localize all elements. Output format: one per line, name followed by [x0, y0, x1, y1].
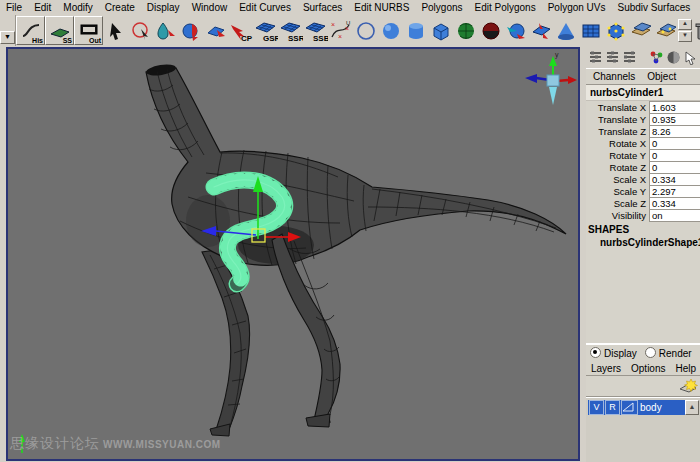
- layer-mode-switch: Display Render: [586, 345, 700, 361]
- cp-shelf-button[interactable]: CP: [228, 17, 253, 44]
- channel-layout-icon-1[interactable]: [588, 50, 603, 65]
- ssr-shelf-button[interactable]: SSR: [278, 17, 303, 44]
- menu-bar: FileEditModifyCreateDisplayWindowEdit Cu…: [0, 0, 700, 16]
- menu-item[interactable]: Edit Polygons: [469, 1, 542, 14]
- channel-layout-icon-3[interactable]: [622, 50, 637, 65]
- display-radio[interactable]: Display: [590, 347, 637, 359]
- move-sphere-button[interactable]: [178, 17, 203, 44]
- channel-attribute-row: Translate Z 8.26: [586, 125, 700, 137]
- tan-planes-icon: [630, 20, 652, 42]
- menu-item[interactable]: Create: [99, 1, 141, 14]
- cylinder-icon: [405, 20, 427, 42]
- plane-move-button[interactable]: [203, 17, 228, 44]
- layer-editor-menu-item[interactable]: Help: [672, 363, 699, 374]
- red-black-sphere-icon: [480, 20, 502, 42]
- cv-curve-icon: ×××U: [329, 19, 353, 43]
- cube-vertices-button[interactable]: [603, 17, 628, 44]
- circle-icon: [355, 20, 377, 42]
- svg-text:×: ×: [331, 21, 335, 28]
- trash-icon[interactable]: [695, 20, 700, 42]
- menu-item[interactable]: Polygons: [415, 1, 468, 14]
- menu-item[interactable]: Edit: [28, 1, 57, 14]
- sphere-project-button[interactable]: [503, 17, 528, 44]
- channel-attribute-list: Translate X 1.603 Translate Y 0.935 Tran…: [586, 101, 700, 221]
- cv-curve-tool-button[interactable]: ×××U: [328, 17, 353, 44]
- ss-shelf-button[interactable]: SS: [45, 16, 74, 45]
- view-axis-gizmo: y: [525, 51, 577, 105]
- sphere-rotate-icon: [180, 20, 202, 42]
- shape-node-name[interactable]: nurbsCylinderShape1: [586, 236, 700, 249]
- channel-box-object-name[interactable]: nurbsCylinder1: [586, 85, 700, 101]
- nurbs-cylinder-button[interactable]: [403, 17, 428, 44]
- channel-attribute-label: Translate Z: [586, 126, 649, 137]
- lasso-tool-button[interactable]: [128, 17, 153, 44]
- paint-select-button[interactable]: [153, 17, 178, 44]
- subdiv-plane-button[interactable]: [628, 17, 653, 44]
- ssr-grid-icon: SSR: [279, 19, 303, 43]
- layer-editor-menu-item[interactable]: Layers: [588, 363, 624, 374]
- poly-sphere-button[interactable]: [453, 17, 478, 44]
- nurbs-circle-button[interactable]: [353, 17, 378, 44]
- layer-render-toggle[interactable]: R: [605, 400, 620, 415]
- gsr-shelf-button[interactable]: GSR: [253, 17, 278, 44]
- menu-item[interactable]: Subdiv Surfaces: [611, 1, 696, 14]
- checker-sphere-button[interactable]: [478, 17, 503, 44]
- outliner-shelf-button[interactable]: Out: [74, 16, 103, 45]
- layer-color-swatch[interactable]: [621, 400, 638, 415]
- dinosaur-mesh[interactable]: [145, 63, 566, 436]
- display-radio-button[interactable]: [590, 347, 601, 358]
- nurbs-sphere-button[interactable]: [378, 17, 403, 44]
- shelf-tab-arrow-button[interactable]: ▼: [0, 31, 15, 44]
- cone-icon: [555, 20, 577, 42]
- watermark-chinese: 思缘设计论坛: [10, 435, 100, 451]
- menu-item[interactable]: Display: [141, 1, 186, 14]
- shelf-tab-column: ▼: [0, 15, 16, 46]
- shelf-scroll-up-button[interactable]: ▲: [678, 19, 692, 30]
- svg-text:×: ×: [338, 33, 342, 40]
- channel-attribute-row: Rotate Y 0: [586, 149, 700, 161]
- channel-attribute-label: Scale Z: [586, 198, 649, 209]
- lasso-icon: [130, 20, 152, 42]
- menu-item[interactable]: Modify: [57, 1, 98, 14]
- render-radio[interactable]: Render: [645, 347, 692, 359]
- subdiv-plane2-button[interactable]: [653, 17, 678, 44]
- channel-box-menu-item[interactable]: Channels: [589, 71, 639, 82]
- menu-item[interactable]: Help: [696, 1, 700, 14]
- render-radio-button[interactable]: [645, 347, 656, 358]
- channel-box-menu-item[interactable]: Object: [643, 71, 680, 82]
- create-layer-icon[interactable]: [678, 377, 698, 395]
- svg-text:U: U: [346, 20, 350, 26]
- menu-item[interactable]: Window: [186, 1, 234, 14]
- menu-item[interactable]: File: [0, 1, 28, 14]
- channel-attribute-value-field[interactable]: on: [649, 209, 700, 222]
- menu-item[interactable]: Edit NURBS: [348, 1, 415, 14]
- shelf-scroll-down-button[interactable]: ▼: [678, 31, 692, 42]
- select-tool-button[interactable]: [103, 17, 128, 44]
- channel-attribute-row: Rotate X 0: [586, 137, 700, 149]
- layer-list-scroll-up-button[interactable]: ▲: [685, 400, 699, 415]
- render-globe-icon[interactable]: [666, 50, 681, 65]
- channel-attribute-label: Rotate Y: [586, 150, 649, 161]
- menu-item[interactable]: Surfaces: [297, 1, 348, 14]
- cone-button[interactable]: [553, 17, 578, 44]
- ssb-shelf-button[interactable]: SSB: [303, 17, 328, 44]
- layer-visible-toggle[interactable]: V: [589, 400, 604, 415]
- layer-row-body[interactable]: V R body: [588, 400, 686, 415]
- channel-attribute-row: Translate X 1.603: [586, 101, 700, 113]
- dinosaur-model-canvas[interactable]: y: [8, 49, 578, 459]
- poly-plane-button[interactable]: [578, 17, 603, 44]
- watermark-url: WWW.MISSYUAN.COM: [103, 439, 220, 450]
- layer-name[interactable]: body: [638, 402, 662, 413]
- perspective-viewport[interactable]: y 思缘设计论坛 WWW.MISSYUAN.COM: [6, 47, 580, 461]
- wrap-sphere-button[interactable]: [528, 17, 553, 44]
- channel-attribute-label: Scale X: [586, 174, 649, 185]
- pointer-icon[interactable]: [683, 50, 698, 65]
- history-shelf-button[interactable]: His: [16, 16, 45, 45]
- channel-attribute-row: Scale Z 0.334: [586, 197, 700, 209]
- hypergraph-icon[interactable]: [649, 50, 664, 65]
- menu-item[interactable]: Edit Curves: [233, 1, 297, 14]
- layer-editor-menu-item[interactable]: Options: [628, 363, 668, 374]
- menu-item[interactable]: Polygon UVs: [542, 1, 612, 14]
- channel-layout-icon-2[interactable]: [605, 50, 620, 65]
- nurbs-cube-button[interactable]: [428, 17, 453, 44]
